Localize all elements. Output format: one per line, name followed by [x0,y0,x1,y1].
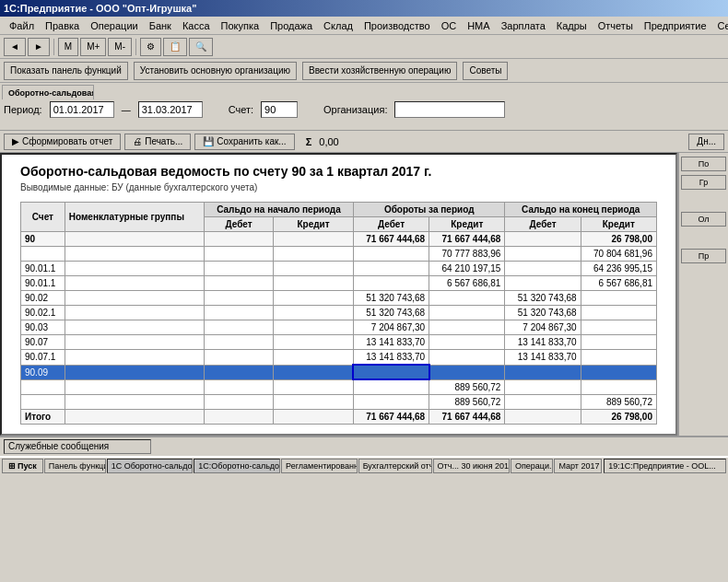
far-right-btn2[interactable]: Гр [681,175,726,190]
table-row[interactable]: 90.07.113 141 833,7013 141 833,70 [21,350,657,366]
cell-9-5 [429,365,505,379]
menu-file[interactable]: Файл [4,18,40,33]
org-label: Организация: [323,104,387,115]
cell-3-5: 6 567 686,81 [429,276,505,291]
table-row[interactable]: 889 560,72889 560,72 [21,394,657,409]
taskbar-operaci[interactable]: Операци... [511,459,553,473]
tb-arrow-left[interactable]: ◄ [4,38,26,56]
far-right-btn4[interactable]: Пр [681,249,726,263]
table-row[interactable]: 9071 667 444,6871 667 444,6826 798,00 [21,232,657,247]
cell-0-2 [205,232,274,247]
save-icon: 💾 [203,136,214,146]
menu-nma[interactable]: НМА [462,18,495,33]
cell-9-0: 90.09 [21,365,65,379]
cell-2-6 [505,262,581,276]
cell-2-1 [65,262,204,276]
main-content: Оборотно-сальдовая ведомость по счету 90… [0,153,677,436]
tb-m[interactable]: M [58,38,78,56]
cell-3-2 [205,276,274,291]
show-panel-btn[interactable]: Показать панель функций [4,62,128,80]
enter-op-btn[interactable]: Ввести хозяйственную операцию [302,62,457,80]
cell-5-6: 51 320 743,68 [505,306,581,320]
account-input[interactable] [261,101,298,118]
tb-mminus[interactable]: M- [108,38,132,56]
taskbar-buh[interactable]: Бухгалтерский отчет [358,459,432,473]
cell-6-4: 7 204 867,30 [353,320,429,335]
generate-icon: ▶ [12,136,19,146]
tb-mplus[interactable]: M+ [80,38,106,56]
cell-0-5: 71 667 444,68 [429,232,505,247]
advice-btn[interactable]: Советы [463,62,508,80]
menu-purchase[interactable]: Покупка [216,18,265,33]
cell-9-4 [353,365,429,379]
cell-12-1 [65,409,204,424]
doc-tab-row1: Оборотно-сальдовая ведомость по счету 90… [0,83,728,99]
cell-9-3 [274,365,354,379]
menu-cash[interactable]: Касса [177,18,216,33]
menu-staff[interactable]: Кадры [551,18,593,33]
menu-enterprise[interactable]: Предприятие [639,18,712,33]
start-button[interactable]: ⊞ Пуск [2,459,43,473]
cell-11-3 [274,394,354,409]
table-row[interactable]: 889 560,72 [21,379,657,394]
generate-btn[interactable]: ▶ Сформировать отчет [4,134,121,150]
menu-operations[interactable]: Операции [85,18,143,33]
taskbar-panel[interactable]: Панель функций [44,459,106,473]
set-org-btn[interactable]: Установить основную организацию [134,62,297,80]
period-to-input[interactable] [138,101,203,118]
col-turn-credit: Кредит [429,217,505,232]
far-right-btn1[interactable]: По [681,157,726,171]
cell-7-6: 13 141 833,70 [505,335,581,350]
table-row[interactable]: 90.0251 320 743,6851 320 743,68 [21,291,657,306]
table-row[interactable]: 70 777 883,9670 804 681,96 [21,247,657,262]
cell-8-5 [429,350,505,366]
diary-btn[interactable]: Дн... [688,134,724,150]
cell-1-2 [205,247,274,262]
cell-12-0: Итого [21,409,65,424]
menu-edit[interactable]: Правка [40,18,85,33]
cell-7-3 [274,335,354,350]
menu-bank[interactable]: Банк [144,18,177,33]
menu-reports[interactable]: Отчеты [593,18,639,33]
print-btn[interactable]: 🖨 Печать... [124,134,191,150]
menu-service[interactable]: Сервис [712,18,728,33]
tb-extra2[interactable]: 📋 [163,38,187,56]
table-row[interactable]: 90.02.151 320 743,6851 320 743,68 [21,306,657,320]
cell-5-4: 51 320 743,68 [353,306,429,320]
table-row[interactable]: 90.037 204 867,307 204 867,30 [21,320,657,335]
menu-production[interactable]: Производство [358,18,436,33]
period-from-input[interactable] [50,101,114,118]
taskbar-mart[interactable]: Март 2017 г. [554,459,602,473]
tb-extra3[interactable]: 🔍 [189,38,213,56]
table-row[interactable]: 90.01.16 567 686,816 567 686,81 [21,276,657,291]
taskbar-reglament[interactable]: Регламентированная [281,459,358,473]
table-row[interactable]: Итого71 667 444,6871 667 444,6826 798,00 [21,409,657,424]
cell-0-7: 26 798,00 [581,232,656,247]
menu-os[interactable]: ОС [436,18,463,33]
cell-0-4: 71 667 444,68 [353,232,429,247]
table-row[interactable]: 90.01.164 210 197,1564 236 995,15 [21,262,657,276]
taskbar-otch[interactable]: Отч... 30 июня 2017 г. [433,459,510,473]
save-btn[interactable]: 💾 Сохранить как... [194,134,294,150]
taskbar-oborotno2[interactable]: 1С:Оборотно-сальдовая [194,459,280,473]
cell-11-4 [353,394,429,409]
cell-3-0: 90.01.1 [21,276,65,291]
cell-0-6 [505,232,581,247]
menu-warehouse[interactable]: Склад [318,18,358,33]
org-input[interactable] [394,101,505,118]
tb-arrow-right[interactable]: ► [28,38,50,56]
table-row[interactable]: 90.09 [21,365,657,379]
cell-0-3 [274,232,354,247]
cell-5-2 [205,306,274,320]
menu-sales[interactable]: Продажа [264,18,318,33]
far-right-btn3[interactable]: Ол [681,212,726,227]
cell-8-3 [274,350,354,366]
table-row[interactable]: 90.0713 141 833,7013 141 833,70 [21,335,657,350]
cell-1-6 [505,247,581,262]
tb-extra1[interactable]: ⚙ [140,38,161,56]
taskbar-oborotno1[interactable]: 1С Оборотно-сальдовая [107,459,194,473]
doc-tab-oborotno[interactable]: Оборотно-сальдовая ведомость по счету 90… [2,85,94,99]
menu-salary[interactable]: Зарплата [496,18,551,33]
cell-10-4 [353,379,429,394]
cell-2-2 [205,262,274,276]
